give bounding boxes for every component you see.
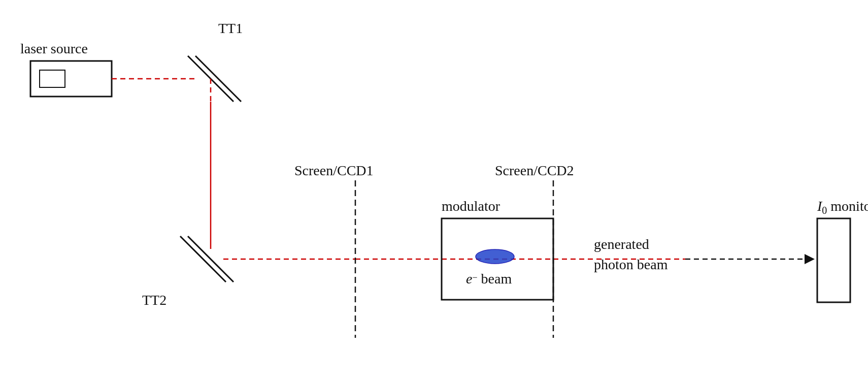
i0-monitor-label: I0 monitor	[817, 198, 868, 216]
laser-source-box	[30, 61, 112, 97]
tt2-label: TT2	[142, 292, 166, 308]
e-beam-label: e− beam	[466, 271, 512, 287]
laser-source-label: laser source	[20, 41, 88, 56]
i0-monitor-box	[817, 218, 850, 302]
tt1-label: TT1	[218, 20, 243, 36]
diagram: laser source TT1 TT2 Screen/CCD1 Screen/…	[0, 0, 868, 380]
photon-beam-label-line2: photon beam	[594, 257, 668, 272]
tt1-mirror	[188, 56, 241, 102]
laser-source-inner	[40, 70, 65, 87]
beam-arrow	[805, 254, 815, 264]
svg-line-1	[195, 56, 241, 102]
svg-line-2	[180, 236, 226, 282]
electron-beam-ellipse	[476, 249, 514, 264]
photon-beam-label-line1: generated	[594, 236, 649, 252]
screen-ccd1-label: Screen/CCD1	[294, 163, 374, 178]
screen-ccd2-label: Screen/CCD2	[495, 163, 574, 178]
modulator-label: modulator	[442, 198, 500, 214]
